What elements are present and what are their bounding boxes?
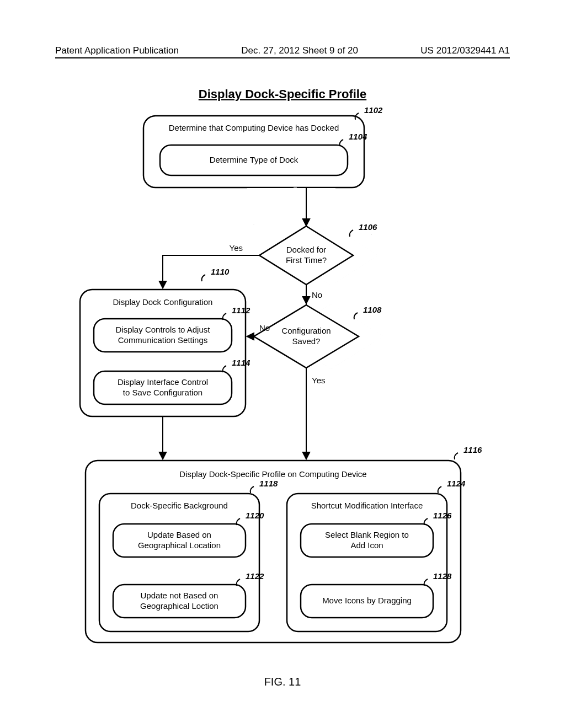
ref-1104: 1104	[349, 132, 367, 141]
ref-1122: 1122	[246, 571, 264, 581]
ref-1110: 1110	[211, 267, 230, 276]
figure-label: FIG. 11	[0, 676, 565, 688]
ref-1118: 1118	[259, 479, 278, 488]
header-right: US 2012/0329441 A1	[420, 45, 510, 56]
svg-text:Docked for: Docked for	[286, 245, 327, 254]
box-1114-text-a: Display Interface Control	[118, 377, 208, 387]
ref-1102: 1102	[364, 108, 383, 115]
edge-no-1: No	[312, 290, 322, 299]
box-1102-text: Determine that Computing Device has Dock…	[169, 123, 339, 132]
header-rule	[55, 57, 510, 58]
box-1122-text-a: Update not Based on	[141, 591, 218, 600]
header-center: Dec. 27, 2012 Sheet 9 of 20	[241, 45, 358, 56]
page: Patent Application Publication Dec. 27, …	[0, 0, 565, 728]
svg-rect-14	[99, 494, 259, 631]
ref-1128: 1128	[433, 571, 452, 581]
box-1122-text-b: Geographical Loction	[140, 601, 218, 611]
ref-1124: 1124	[447, 479, 466, 488]
box-1120-text-a: Update Based on	[147, 530, 211, 539]
svg-rect-10	[80, 290, 246, 416]
box-1124-text: Shortcut Modification Interface	[311, 501, 423, 510]
svg-rect-20	[247, 188, 335, 224]
box-1110-text: Display Dock Configuration	[113, 297, 213, 307]
edge-yes-2: Yes	[312, 376, 325, 385]
box-1118-text: Dock-Specific Background	[131, 501, 228, 510]
box-1128-text: Move Icons by Dragging	[322, 596, 412, 605]
ref-1126: 1126	[433, 511, 452, 520]
ref-1114: 1114	[232, 358, 250, 367]
header-left: Patent Application Publication	[55, 45, 179, 56]
edge-yes-1: Yes	[230, 243, 243, 253]
box-1126-text-a: Select Blank Region to	[325, 530, 409, 539]
diagram-title: Display Dock-Specific Profile	[0, 87, 565, 101]
box-1114-text-b: to Save Configuration	[123, 388, 202, 397]
svg-text:Configuration: Configuration	[281, 326, 331, 335]
svg-rect-31	[375, 303, 425, 320]
ref-1116: 1116	[463, 445, 482, 454]
edge-no-2: No	[259, 323, 270, 333]
box-1126-text-b: Add Icon	[350, 540, 383, 550]
svg-text:First Time?: First Time?	[286, 255, 327, 265]
ref-1120: 1120	[246, 511, 264, 520]
svg-rect-25	[370, 218, 419, 234]
box-1120-text-b: Geographical Location	[138, 540, 221, 550]
svg-text:Saved?: Saved?	[292, 336, 321, 346]
svg-rect-17	[287, 494, 447, 631]
box-1112-text-b: Communication Settings	[118, 335, 208, 345]
page-header: Patent Application Publication Dec. 27, …	[55, 45, 510, 56]
box-1112-text-a: Display Controls to Adjust	[116, 325, 211, 334]
box-1104-text: Determine Type of Dock	[210, 155, 299, 164]
ref-1112: 1112	[232, 306, 250, 315]
svg-text:1108: 1108	[363, 305, 382, 314]
box-1116-text: Display Dock-Specific Profile on Computi…	[179, 469, 366, 479]
svg-text:1106: 1106	[359, 222, 377, 232]
flowchart: Determine that Computing Device has Dock…	[0, 108, 565, 670]
